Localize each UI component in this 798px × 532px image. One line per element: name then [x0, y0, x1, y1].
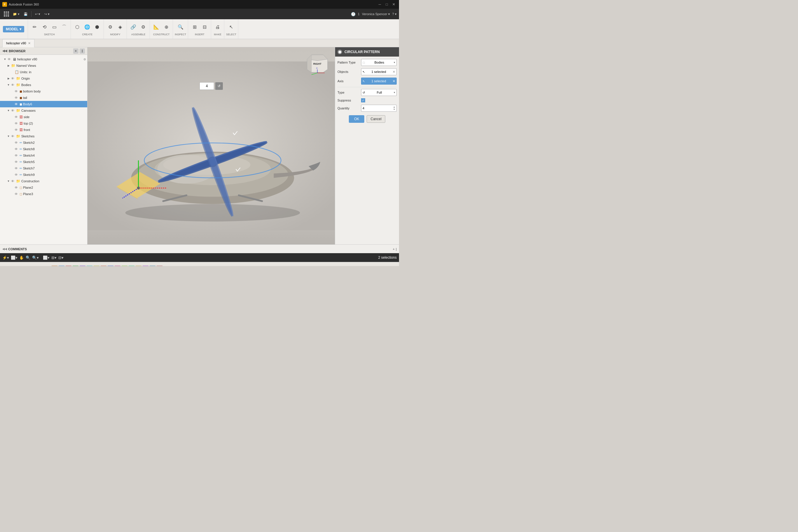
timeline-step[interactable] — [114, 265, 121, 266]
sketch-tool3[interactable]: ▭ — [50, 22, 59, 32]
step-fwd-btn[interactable]: ▶▶ — [30, 265, 38, 266]
tree-item-front[interactable]: 👁 🖼 front — [0, 127, 87, 133]
tree-item-sketches[interactable]: ▼ 👁 📁 Sketches — [0, 133, 87, 139]
eye-sketch8[interactable]: 👁 — [15, 147, 19, 151]
3d-viewport[interactable]: 4 ↺ RIGHT Z- — [88, 47, 335, 244]
help-btn[interactable]: ? ▾ — [392, 12, 397, 16]
create-tool3[interactable]: ⬢ — [93, 22, 102, 32]
eye-front[interactable]: 👁 — [15, 128, 19, 132]
tree-arrow-named-views[interactable]: ▶ — [7, 64, 10, 67]
tree-arrow-sketches[interactable]: ▼ — [7, 135, 10, 138]
construct-tool[interactable]: 📐 — [152, 22, 161, 32]
create-tool2[interactable]: 🌐 — [82, 22, 92, 32]
tree-item-sketch7[interactable]: 👁 ✏ Sketch7 — [0, 165, 87, 171]
eye-top2[interactable]: 👁 — [15, 121, 19, 125]
make-tool[interactable]: 🖨 — [213, 22, 222, 32]
sketch-tool4[interactable]: ⌒ — [59, 22, 69, 32]
timeline-step[interactable] — [93, 265, 100, 266]
eye-tail[interactable]: 👁 — [15, 96, 19, 99]
timeline-step[interactable] — [72, 265, 79, 266]
step-fwd-end-btn[interactable]: ⏭ — [40, 265, 48, 266]
tree-item-plane3[interactable]: 👁 ◻ Plane3 — [0, 191, 87, 197]
eye-sketch5[interactable]: 👁 — [15, 160, 19, 164]
nav-cube[interactable]: RIGHT Z- — [306, 52, 329, 75]
timeline-step[interactable] — [100, 265, 107, 266]
close-button[interactable]: ✕ — [391, 1, 397, 7]
tree-item-origin[interactable]: ▶ 👁 📁 Origin — [0, 75, 87, 82]
tree-item-tail[interactable]: 👁 ◼ tail — [0, 95, 87, 101]
axis-clear-btn[interactable]: ✕ — [393, 79, 395, 83]
modify-tool2[interactable]: ◈ — [115, 22, 125, 32]
suppress-checkbox[interactable]: ✓ — [361, 98, 365, 102]
eye-side[interactable]: 👁 — [15, 115, 19, 119]
tree-item-sketch8[interactable]: 👁 ✏ Sketch8 — [0, 146, 87, 152]
quantity-input[interactable]: 4 ▲ ▼ — [361, 105, 397, 112]
timeline-step[interactable] — [135, 265, 142, 266]
eye-sketch7[interactable]: 👁 — [15, 167, 19, 170]
eye-origin[interactable]: 👁 — [11, 77, 15, 80]
grid-display[interactable]: ⊞▾ — [51, 255, 57, 260]
eye-sketches[interactable]: 👁 — [11, 134, 15, 138]
save-btn[interactable]: 💾 — [22, 11, 30, 17]
create-tool[interactable]: ⬡ — [73, 22, 82, 32]
display-mode[interactable]: ⬜▾ — [43, 255, 50, 260]
redo-btn[interactable]: ↪ ▾ — [43, 11, 51, 17]
zoom-tool[interactable]: 🔍 — [26, 255, 30, 260]
sketch-tool[interactable]: ✏ — [30, 22, 39, 32]
user-name[interactable]: Veronica Spencer ▾ — [362, 12, 390, 16]
qty-refresh-btn[interactable]: ↺ — [215, 82, 223, 90]
eye-construction[interactable]: 👁 — [11, 179, 15, 183]
tree-arrow-origin[interactable]: ▶ — [7, 77, 10, 80]
tree-item-body6[interactable]: 👁 ◼ Body6 — [0, 101, 87, 107]
inspect-tool[interactable]: 🔍 — [176, 22, 185, 32]
view-options[interactable]: ⊟▾ — [58, 255, 63, 260]
select-tool[interactable]: ↖ — [227, 22, 236, 32]
tree-item-sketch5[interactable]: 👁 ✏ Sketch5 — [0, 159, 87, 165]
undo-btn[interactable]: ↩ ▾ — [33, 11, 42, 17]
tree-arrow-canvases[interactable]: ▼ — [7, 109, 10, 112]
timeline-step[interactable] — [86, 265, 93, 266]
eye-plane3[interactable]: 👁 — [15, 192, 19, 196]
eye-bottom-body[interactable]: 👁 — [15, 90, 19, 93]
step-back-btn[interactable]: ◀ — [12, 265, 20, 266]
type-dropdown[interactable]: ↺ Full ▾ — [361, 89, 397, 96]
eye-sketch4[interactable]: 👁 — [15, 154, 19, 157]
tree-item-top2[interactable]: 👁 🖼 top (2) — [0, 120, 87, 127]
eye-sketch2[interactable]: 👁 — [15, 141, 19, 145]
timeline-step[interactable] — [65, 265, 72, 266]
tree-item-bottom-body[interactable]: 👁 ◼ bottom body — [0, 88, 87, 95]
tree-item-canvases[interactable]: ▼ 👁 📁 Canvases — [0, 107, 87, 114]
modify-tool[interactable]: ⚙ — [106, 22, 115, 32]
tree-item-construction[interactable]: ▼ 👁 📁 Construction — [0, 178, 87, 184]
file-menu[interactable]: 📁▾ — [11, 11, 21, 17]
assemble-tool[interactable]: 🔗 — [129, 22, 138, 32]
construct-tool2[interactable]: ⊕ — [162, 22, 171, 32]
settings-icon-root[interactable]: ⚙ — [83, 58, 86, 61]
step-back-start-btn[interactable]: ⏮ — [2, 265, 11, 266]
qty-value-display[interactable]: 4 — [200, 82, 214, 90]
eye-plane2[interactable]: 👁 — [15, 186, 19, 189]
pattern-type-dropdown[interactable]: ◻ Bodies ▾ — [361, 59, 397, 66]
qty-up-btn[interactable]: ▲ — [393, 106, 395, 108]
axis-input[interactable]: ↖ 1 selected ✕ — [361, 78, 397, 84]
eye-sketch9[interactable]: 👁 — [15, 173, 19, 176]
timeline-step[interactable] — [121, 265, 128, 266]
sidebar-pin-btn[interactable]: | — [80, 49, 85, 54]
tree-item-sketch4[interactable]: 👁 ✏ Sketch4 — [0, 152, 87, 159]
tree-item-bodies[interactable]: ▼ 👁 📁 Bodies — [0, 82, 87, 88]
eye-body6[interactable]: 👁 — [15, 102, 19, 106]
tree-item-named-views[interactable]: ▶ 📁 Named Views — [0, 62, 87, 69]
tree-arrow-construction[interactable]: ▼ — [7, 180, 10, 183]
tree-item-units[interactable]: 📋 Units: in — [0, 69, 87, 75]
maximize-button[interactable]: □ — [384, 1, 390, 7]
eye-root[interactable]: 👁 — [7, 57, 12, 61]
ok-button[interactable]: OK — [349, 115, 364, 123]
timeline-step[interactable] — [149, 265, 156, 266]
tree-item-sketch2[interactable]: 👁 ✏ Sketch2 — [0, 139, 87, 146]
timeline-step[interactable] — [79, 265, 86, 266]
tree-item-root[interactable]: ▼ 👁 🖥 helicopter v90 ⚙ — [0, 56, 87, 62]
tree-item-side[interactable]: 👁 🖼 side — [0, 114, 87, 120]
play-btn[interactable]: ▶ — [21, 265, 29, 266]
eye-bodies[interactable]: 👁 — [11, 83, 15, 87]
tree-item-plane2[interactable]: 👁 ◻ Plane2 — [0, 184, 87, 191]
